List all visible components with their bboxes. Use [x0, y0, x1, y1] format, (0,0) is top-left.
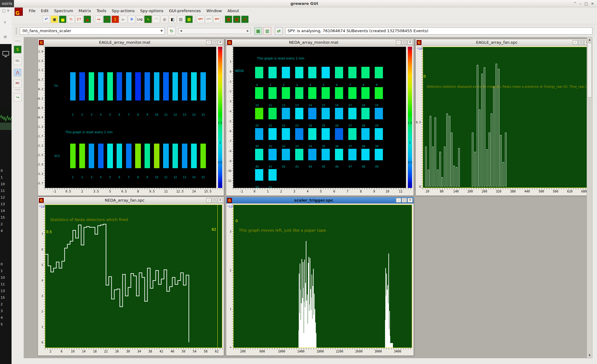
list-item[interactable]: 12 — [1, 196, 5, 199]
list-item[interactable]: 11 — [1, 189, 5, 193]
log-scale-button[interactable]: Log — [136, 15, 144, 23]
restore-window-icon[interactable]: □ — [2, 9, 5, 13]
maximize-button[interactable]: □ — [212, 40, 217, 45]
hamburger-menu-icon[interactable]: ≡ — [3, 34, 7, 39]
fit-view-icon[interactable]: ▣ — [51, 15, 58, 23]
tile-view-button[interactable]: ▦ — [254, 27, 262, 35]
list-item[interactable]: 4 — [1, 229, 3, 233]
list-item[interactable]: 3 — [1, 309, 3, 313]
window-titlebar[interactable]: GNEDA_array_fan.spc–□✕ — [38, 197, 224, 204]
menu-spectrum[interactable]: Spectrum — [51, 8, 76, 14]
maximize-button[interactable]: □ — [212, 198, 217, 202]
list-item[interactable]: 4 — [1, 316, 3, 320]
close-icon[interactable]: ✕ — [7, 9, 10, 13]
close-button[interactable]: ✕ — [218, 40, 223, 45]
window-titlebar[interactable]: Gscaler_trigger.spc–□✕ — [226, 197, 414, 204]
display-icon[interactable] — [2, 51, 9, 56]
plot-neda_fan[interactable]: Statistics of Neda detectors which fired… — [45, 205, 222, 348]
close-button[interactable]: ✕ — [218, 198, 223, 202]
list-item[interactable]: 13 — [1, 202, 5, 206]
menu-gui-preferences[interactable]: GUI-preferences — [166, 8, 203, 14]
matrix-delete-icon[interactable]: ▦ — [225, 15, 232, 23]
list-item[interactable]: 10 — [1, 182, 5, 186]
list-item[interactable]: 0 — [1, 262, 3, 266]
matrix-delete-2d-icon[interactable]: ▦ — [233, 15, 241, 23]
reload-spectrum-button[interactable]: ↻ — [167, 27, 176, 35]
close-button[interactable]: ✕ — [408, 40, 413, 45]
expand-x-icon[interactable]: ↔ — [95, 15, 103, 23]
toolbar-grip[interactable] — [15, 28, 17, 34]
menu-file[interactable]: File — [26, 8, 38, 14]
mdi-vertical-scrollbar[interactable]: ▲ ▼ — [587, 37, 592, 358]
spectrum-select[interactable]: 00_fans_monitors_scaler ▼ — [20, 27, 165, 35]
scroll-down-icon[interactable]: ▼ — [587, 353, 592, 358]
menu-spy-options[interactable]: Spy-options — [137, 8, 166, 14]
spy-restart-icon[interactable]: SPY — [197, 15, 204, 23]
plot-scaler_trigger[interactable]: This graph moves left, just like a paper… — [233, 205, 412, 348]
window-titlebar[interactable]: GEAGLE_array_fan.spc–□✕ — [416, 39, 587, 46]
spectrum-scrollbar[interactable]: ◀ ▶ — [178, 28, 251, 34]
matrix-view-icon[interactable]: ▦ — [185, 15, 193, 23]
minimize-button[interactable]: – — [206, 198, 211, 202]
spy-play-icon[interactable]: SPY — [205, 15, 213, 23]
peak-icon[interactable]: Λ — [103, 15, 111, 23]
list-item[interactable]: 14 — [1, 209, 5, 213]
scale-double-icon[interactable]: 2↑ — [75, 15, 83, 23]
marker-tool-icon[interactable]: ⋀ — [14, 69, 22, 77]
list-item[interactable]: 15 — [1, 296, 5, 300]
mdi-window-eagle_monitor[interactable]: GEAGLE_array_monitor.mat–□✕Ge12345678910… — [38, 39, 224, 196]
undo-icon[interactable]: ↶ — [43, 15, 50, 23]
menu-edit[interactable]: Edit — [38, 8, 51, 14]
zoom-20-icon[interactable]: ◎ — [161, 15, 168, 23]
mdi-window-neda_monitor[interactable]: GNEDA_array_monitor.mat–□✕01234567891011… — [226, 39, 414, 196]
maximize-button[interactable]: □ — [578, 40, 584, 45]
close-button[interactable]: ✕ — [408, 198, 413, 202]
smooth-curve-icon[interactable]: ◠ — [152, 15, 160, 23]
list-item[interactable]: 1 — [1, 175, 3, 179]
inc-icon[interactable]: INC — [14, 80, 22, 87]
close-button[interactable]: ✕ — [584, 40, 587, 45]
sel-icon[interactable]: SEL — [14, 57, 22, 65]
plot-eagle_monitor[interactable]: Ge123456789101112131415ACS12345678910111… — [45, 47, 216, 188]
menu-spy-actions[interactable]: Spy-actions — [109, 8, 137, 14]
swap-view-button[interactable]: ⇄ — [275, 27, 283, 35]
scale-half-icon[interactable]: ½ — [67, 15, 75, 23]
spectrum-display-icon[interactable]: ▅ — [59, 15, 67, 23]
menu-window[interactable]: Window — [203, 8, 224, 14]
plot-eagle_fan[interactable]: Detectors statistics displayed every 10 … — [423, 47, 587, 188]
scroll-up-icon[interactable]: ▲ — [587, 37, 592, 42]
sum-20-icon[interactable]: Σ — [111, 15, 119, 23]
window-titlebar[interactable]: GEAGLE_array_monitor.mat–□✕ — [38, 39, 224, 46]
spectrum-thumbnail[interactable] — [0, 109, 12, 130]
scroll-left-icon[interactable]: ◀ — [179, 28, 183, 34]
window-titlebar[interactable]: GNEDA_array_monitor.mat–□✕ — [226, 39, 414, 46]
print-icon[interactable]: ▤ — [177, 15, 185, 23]
scrollbar-thumb[interactable] — [587, 43, 592, 97]
export-spectrum-icon[interactable]: ↪ — [14, 94, 22, 101]
list-item[interactable]: 15 — [1, 216, 5, 219]
menu-about[interactable]: About — [225, 8, 242, 14]
spy-stop-icon[interactable]: SPY — [213, 15, 221, 23]
minimize-button[interactable]: – — [580, 2, 582, 6]
host-tab-label[interactable]: osiris — [0, 0, 14, 7]
maximize-button[interactable]: □ — [402, 198, 407, 202]
mdi-window-eagle_fan[interactable]: GEAGLE_array_fan.spc–□✕Detectors statist… — [415, 39, 587, 196]
keyboard-button[interactable]: ⌃ — [574, 2, 577, 6]
list-item[interactable]: 2 — [1, 302, 3, 306]
minimize-button[interactable]: – — [573, 40, 578, 45]
minimize-button[interactable]: – — [396, 198, 401, 202]
minimize-button[interactable]: – — [396, 40, 401, 45]
menu-matrix[interactable]: Matrix — [76, 8, 94, 14]
single-view-button[interactable]: ▥ — [263, 27, 271, 35]
spectra-select-icon[interactable]: S — [14, 46, 22, 53]
list-item[interactable]: 10 — [1, 276, 5, 280]
autoscale-icon[interactable]: ▲ — [84, 15, 91, 23]
list-item[interactable]: 13 — [1, 289, 5, 293]
chevron-down-icon[interactable]: ∨ — [4, 20, 6, 24]
close-button[interactable]: ✕ — [591, 2, 594, 6]
bars-export-icon[interactable]: ⇄ — [241, 15, 249, 23]
mdi-window-neda_fan[interactable]: GNEDA_array_fan.spc–□✕Statistics of Neda… — [38, 197, 224, 356]
invert-colors-icon[interactable]: ◧ — [169, 15, 176, 23]
play-icon[interactable]: ▶ — [120, 15, 127, 23]
live-trace-icon[interactable]: ∿ — [144, 15, 152, 23]
